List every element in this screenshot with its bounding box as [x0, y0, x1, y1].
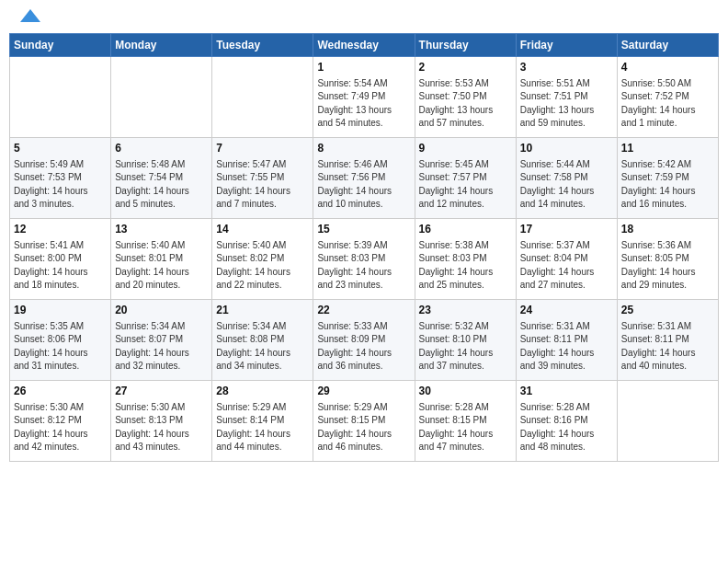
- day-info: Sunrise: 5:29 AMSunset: 8:15 PMDaylight:…: [317, 401, 410, 454]
- calendar-week-5: 26Sunrise: 5:30 AMSunset: 8:12 PMDayligh…: [10, 381, 719, 462]
- day-number: 26: [14, 384, 107, 399]
- calendar-cell: 3Sunrise: 5:51 AMSunset: 7:51 PMDaylight…: [516, 57, 617, 138]
- day-number: 10: [520, 141, 613, 156]
- day-info: Sunrise: 5:54 AMSunset: 7:49 PMDaylight:…: [317, 77, 410, 131]
- day-info: Sunrise: 5:47 AMSunset: 7:55 PMDaylight:…: [216, 158, 309, 212]
- logo: [17, 13, 40, 22]
- day-number: 4: [621, 60, 714, 75]
- calendar-cell: 8Sunrise: 5:46 AMSunset: 7:56 PMDaylight…: [313, 138, 415, 219]
- calendar-cell: 21Sunrise: 5:34 AMSunset: 8:08 PMDayligh…: [212, 300, 313, 381]
- page-header: [9, 9, 719, 26]
- day-number: 3: [520, 60, 613, 75]
- day-info: Sunrise: 5:38 AMSunset: 8:03 PMDaylight:…: [419, 239, 512, 293]
- calendar-week-3: 12Sunrise: 5:41 AMSunset: 8:00 PMDayligh…: [10, 219, 719, 300]
- day-info: Sunrise: 5:31 AMSunset: 8:11 PMDaylight:…: [520, 320, 613, 373]
- day-number: 19: [14, 303, 107, 318]
- calendar-cell: 13Sunrise: 5:40 AMSunset: 8:01 PMDayligh…: [111, 219, 212, 300]
- calendar-cell: 16Sunrise: 5:38 AMSunset: 8:03 PMDayligh…: [415, 219, 516, 300]
- calendar-week-1: 1Sunrise: 5:54 AMSunset: 7:49 PMDaylight…: [10, 57, 719, 138]
- day-number: 22: [317, 303, 410, 318]
- day-number: 23: [419, 303, 512, 318]
- day-number: 5: [14, 141, 107, 156]
- day-info: Sunrise: 5:45 AMSunset: 7:57 PMDaylight:…: [419, 158, 512, 212]
- calendar-cell: 28Sunrise: 5:29 AMSunset: 8:14 PMDayligh…: [212, 381, 313, 462]
- day-info: Sunrise: 5:40 AMSunset: 8:01 PMDaylight:…: [115, 239, 208, 293]
- col-sunday: Sunday: [10, 34, 111, 57]
- day-number: 8: [317, 141, 410, 156]
- day-info: Sunrise: 5:46 AMSunset: 7:56 PMDaylight:…: [317, 158, 410, 212]
- calendar-cell: 9Sunrise: 5:45 AMSunset: 7:57 PMDaylight…: [415, 138, 516, 219]
- day-info: Sunrise: 5:48 AMSunset: 7:54 PMDaylight:…: [115, 158, 208, 212]
- day-number: 9: [419, 141, 512, 156]
- day-number: 25: [621, 303, 714, 318]
- calendar-cell: 18Sunrise: 5:36 AMSunset: 8:05 PMDayligh…: [617, 219, 718, 300]
- calendar-table: Sunday Monday Tuesday Wednesday Thursday…: [9, 33, 719, 462]
- calendar-cell: 20Sunrise: 5:34 AMSunset: 8:07 PMDayligh…: [111, 300, 212, 381]
- svg-marker-0: [20, 9, 40, 22]
- day-info: Sunrise: 5:39 AMSunset: 8:03 PMDaylight:…: [317, 239, 410, 293]
- day-number: 1: [317, 60, 410, 75]
- day-number: 30: [419, 384, 512, 399]
- calendar-cell: 5Sunrise: 5:49 AMSunset: 7:53 PMDaylight…: [10, 138, 111, 219]
- day-number: 11: [621, 141, 714, 156]
- day-number: 16: [419, 222, 512, 237]
- day-info: Sunrise: 5:37 AMSunset: 8:04 PMDaylight:…: [520, 239, 613, 293]
- day-info: Sunrise: 5:40 AMSunset: 8:02 PMDaylight:…: [216, 239, 309, 293]
- day-number: 27: [115, 384, 208, 399]
- day-number: 17: [520, 222, 613, 237]
- col-friday: Friday: [516, 34, 617, 57]
- day-number: 6: [115, 141, 208, 156]
- day-number: 7: [216, 141, 309, 156]
- calendar-cell: 14Sunrise: 5:40 AMSunset: 8:02 PMDayligh…: [212, 219, 313, 300]
- day-info: Sunrise: 5:31 AMSunset: 8:11 PMDaylight:…: [621, 320, 714, 373]
- col-wednesday: Wednesday: [313, 34, 415, 57]
- calendar-cell: 26Sunrise: 5:30 AMSunset: 8:12 PMDayligh…: [10, 381, 111, 462]
- day-number: 29: [317, 384, 410, 399]
- calendar-cell: [212, 57, 313, 138]
- day-info: Sunrise: 5:36 AMSunset: 8:05 PMDaylight:…: [621, 239, 714, 293]
- day-info: Sunrise: 5:29 AMSunset: 8:14 PMDaylight:…: [216, 401, 309, 454]
- col-monday: Monday: [111, 34, 212, 57]
- calendar-cell: [111, 57, 212, 138]
- day-info: Sunrise: 5:30 AMSunset: 8:12 PMDaylight:…: [14, 401, 107, 454]
- calendar-cell: 2Sunrise: 5:53 AMSunset: 7:50 PMDaylight…: [415, 57, 516, 138]
- calendar-cell: 27Sunrise: 5:30 AMSunset: 8:13 PMDayligh…: [111, 381, 212, 462]
- day-info: Sunrise: 5:41 AMSunset: 8:00 PMDaylight:…: [14, 239, 107, 293]
- day-info: Sunrise: 5:42 AMSunset: 7:59 PMDaylight:…: [621, 158, 714, 212]
- calendar-cell: 22Sunrise: 5:33 AMSunset: 8:09 PMDayligh…: [313, 300, 415, 381]
- logo-icon: [20, 9, 40, 22]
- day-number: 12: [14, 222, 107, 237]
- day-number: 20: [115, 303, 208, 318]
- day-info: Sunrise: 5:34 AMSunset: 8:07 PMDaylight:…: [115, 320, 208, 373]
- calendar-cell: [617, 381, 718, 462]
- calendar-cell: 24Sunrise: 5:31 AMSunset: 8:11 PMDayligh…: [516, 300, 617, 381]
- calendar-week-4: 19Sunrise: 5:35 AMSunset: 8:06 PMDayligh…: [10, 300, 719, 381]
- calendar-cell: 15Sunrise: 5:39 AMSunset: 8:03 PMDayligh…: [313, 219, 415, 300]
- day-info: Sunrise: 5:28 AMSunset: 8:16 PMDaylight:…: [520, 401, 613, 454]
- day-info: Sunrise: 5:53 AMSunset: 7:50 PMDaylight:…: [419, 77, 512, 131]
- calendar-cell: 29Sunrise: 5:29 AMSunset: 8:15 PMDayligh…: [313, 381, 415, 462]
- day-info: Sunrise: 5:50 AMSunset: 7:52 PMDaylight:…: [621, 77, 714, 131]
- day-number: 2: [419, 60, 512, 75]
- calendar-cell: 25Sunrise: 5:31 AMSunset: 8:11 PMDayligh…: [617, 300, 718, 381]
- day-number: 28: [216, 384, 309, 399]
- calendar-cell: 17Sunrise: 5:37 AMSunset: 8:04 PMDayligh…: [516, 219, 617, 300]
- day-info: Sunrise: 5:51 AMSunset: 7:51 PMDaylight:…: [520, 77, 613, 131]
- day-number: 13: [115, 222, 208, 237]
- day-info: Sunrise: 5:30 AMSunset: 8:13 PMDaylight:…: [115, 401, 208, 454]
- calendar-cell: 12Sunrise: 5:41 AMSunset: 8:00 PMDayligh…: [10, 219, 111, 300]
- calendar-cell: 4Sunrise: 5:50 AMSunset: 7:52 PMDaylight…: [617, 57, 718, 138]
- day-info: Sunrise: 5:44 AMSunset: 7:58 PMDaylight:…: [520, 158, 613, 212]
- col-thursday: Thursday: [415, 34, 516, 57]
- day-number: 31: [520, 384, 613, 399]
- day-number: 15: [317, 222, 410, 237]
- day-number: 21: [216, 303, 309, 318]
- header-row: Sunday Monday Tuesday Wednesday Thursday…: [10, 34, 719, 57]
- day-info: Sunrise: 5:32 AMSunset: 8:10 PMDaylight:…: [419, 320, 512, 373]
- day-info: Sunrise: 5:34 AMSunset: 8:08 PMDaylight:…: [216, 320, 309, 373]
- calendar-cell: 10Sunrise: 5:44 AMSunset: 7:58 PMDayligh…: [516, 138, 617, 219]
- day-info: Sunrise: 5:28 AMSunset: 8:15 PMDaylight:…: [419, 401, 512, 454]
- day-info: Sunrise: 5:35 AMSunset: 8:06 PMDaylight:…: [14, 320, 107, 373]
- calendar-cell: 11Sunrise: 5:42 AMSunset: 7:59 PMDayligh…: [617, 138, 718, 219]
- calendar-cell: 31Sunrise: 5:28 AMSunset: 8:16 PMDayligh…: [516, 381, 617, 462]
